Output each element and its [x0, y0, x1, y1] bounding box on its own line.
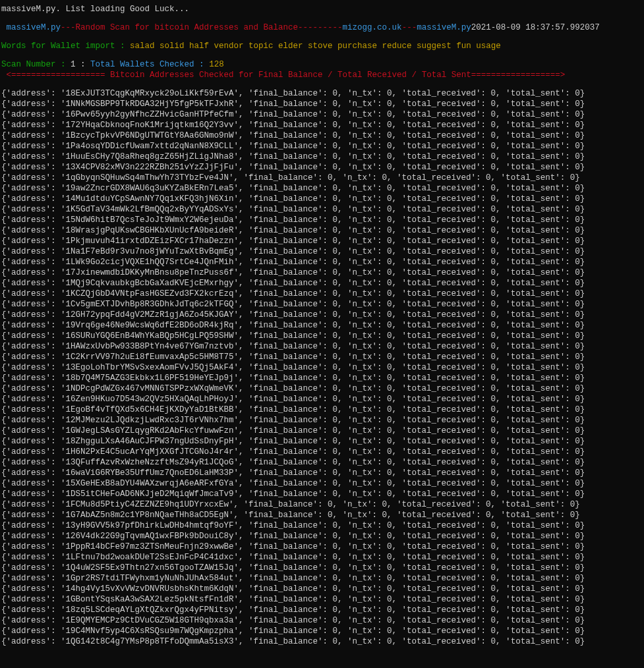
address-row: {'address': '17JxinewmdbiDKKyMnBnsu8peTn… [1, 267, 644, 278]
banner-site: mizogg.co.uk [343, 23, 402, 32]
banner-dash2: --------- [298, 23, 343, 32]
total-wallets-label: Total Wallets Checked : [90, 60, 204, 69]
banner-script2: massiveM.py [417, 23, 471, 32]
rule-title: Bitcoin Addresses Checked for Final Bala… [105, 70, 471, 80]
address-row: {'address': '1QG142t8C4g7YMsP8p8TFfoDQmm… [1, 636, 644, 647]
address-row: {'address': '13EgoLohTbrYMSvSxexAomFVvJ5… [1, 362, 644, 373]
address-row: {'address': '1LWk9Go2cicjVQXE1hQQ7SrtCe4… [1, 257, 644, 267]
address-row: {'address': '12MJMezu2LJQdkzjLwdRxc3JT6r… [1, 415, 644, 426]
address-row: {'address': '1HuuEsCHy7Q8aRheq8gzZ65HjZL… [1, 152, 644, 162]
address-row: {'address': '13QFuffAzvRxWzheNzzftMsZ94y… [1, 457, 644, 468]
address-row: {'address': '1Pkjmuvuh41irxtdDZEizFXCr17… [1, 236, 644, 246]
address-row: {'address': '1LFtnu7bd2woakDUeT2SsEJnFcP… [1, 552, 644, 563]
address-row: {'address': '1FCMu8d5PtiyC4ZEZNZE9hq1UDY… [1, 499, 644, 510]
address-row: {'address': '1Gpr2RS7tdiTFWyhxm1yNuNhJUh… [1, 573, 644, 584]
mnemonic-label: Words for Wallet import : [1, 42, 125, 51]
address-row: {'address': '14Mu1dtduYCpSAwnNY7Qq1xKFQ3… [1, 194, 644, 204]
address-row: {'address': '1GWJegLSAsGYZLqygRKd2AbFkcY… [1, 426, 644, 436]
address-row: {'address': '15XGeHExB8aDYU4WAXzwrqjA6eA… [1, 478, 644, 489]
scan-number-label: Scan Number : [1, 60, 66, 69]
rule-eq-right: ================== [471, 70, 560, 80]
address-row: {'address': '13X4CPV82xMV3n222RZBh251vYz… [1, 162, 644, 173]
address-row: {'address': '1E9QMYEMCPz9CtDVuCGZ5W18GTH… [1, 615, 644, 626]
rule-right: > [560, 70, 566, 80]
address-row: {'address': '12GH72ypqFdd4gV2MZzR1gjA6Zo… [1, 310, 644, 320]
address-row: {'address': '19Vrq6ge46Ne9WcsWq6dfE2BD6o… [1, 320, 644, 331]
rule-eq-left: =================== [11, 70, 105, 80]
address-row: {'address': '1Cv5gmEXTJDvhBp8R3GDhkJdTq6… [1, 299, 644, 310]
address-row: {'address': '18zq5LSCdeqAYLgXtQZkxrQgx4y… [1, 605, 644, 615]
total-wallets-value: 128 [209, 60, 224, 69]
address-row: {'address': '15NdW6hitB7QcsTeJoJt9WmxY2W… [1, 215, 644, 225]
address-row: {'address': '126V4dk22G9gTqvmAQ1wxFBPk9b… [1, 531, 644, 542]
banner-dash1: --- [61, 23, 76, 32]
address-row: {'address': '1Pa4osqYDDicfUwam7xttd2qNan… [1, 141, 644, 152]
banner-timestamp: 2021-08-09 18:37:57.992037 [471, 23, 600, 32]
address-row: {'address': '16waViG6RYBe35UffUmz7QnoED6… [1, 468, 644, 478]
address-row: {'address': '1NDPcgPdWZGx467vMNN6TSPPzxW… [1, 383, 644, 394]
address-row: {'address': '1KCZQjGbD4VNtpFasHGSEZvd3FX… [1, 289, 644, 299]
address-row: {'address': '1BzcycTpkvVP6NDgUTWTGtY8Aa6… [1, 130, 644, 141]
address-row: {'address': '1MQj9CqkvaubkgBcbGaXadKVEjc… [1, 278, 644, 289]
mnemonic-words: salad solid half vendor topic elder stov… [130, 42, 501, 51]
loading-line: massiveM.py. List loading Good Luck... [1, 4, 644, 14]
address-row: {'address': '1C2KrrVV97h2uEi8fEumvaxAp5c… [1, 352, 644, 362]
address-row: {'address': '1GBontYSqsKaA3wSAX2Lez5pkNt… [1, 594, 644, 605]
address-row: {'address': '19C4MNvf5yp4C6XsRSQsu9m7WQg… [1, 626, 644, 636]
scan-sep: : [76, 60, 91, 69]
address-row: {'address': '1K5GdTaV34mWk2LfBmQQq2xByYY… [1, 204, 644, 215]
banner-script: massiveM.py [1, 23, 61, 32]
address-row: {'address': '1H6N2PxE4C5ucArYqMjXXGfJTCG… [1, 447, 644, 457]
address-row: {'address': '1EgoBf4vTfQXd5x6CH4EjKXDyYa… [1, 404, 644, 415]
address-row: {'address': '1PppR14bCFe97mz3ZTSnMeuFnjn… [1, 542, 644, 552]
address-row: {'address': '16Pwv65yyh2gyNfhcZZHvicGanH… [1, 109, 644, 120]
address-row: {'address': '1G7AbAZ5n8m2c1YP8nNQaeTHh8a… [1, 510, 644, 520]
address-row: {'address': '172YHqaCbknoqFnoK1Mrijqtkm1… [1, 120, 644, 130]
address-row: {'address': '14hg4Vy15vXvVWzvDNVRUsbhsKh… [1, 584, 644, 594]
address-row: {'address': '1Q4uW2SF5Ex9Thtn27xn56TgooT… [1, 563, 644, 573]
address-row: {'address': '18WrasjgPqUKswCBGHKbXUnUcfA… [1, 225, 644, 236]
address-row: {'address': '1HAWzxUvbPw933B8PtYn4ve67YG… [1, 341, 644, 352]
address-rows: {'address': '18ExJUT3TCqgKqMRxyck29oLiKk… [1, 88, 644, 647]
address-row: {'address': '16SURuYGQ6EnB4WhYKaBQp5HCgL… [1, 331, 644, 341]
address-row: {'address': '1NNkMGSBPP9TkRDGA32HjY5fgP5… [1, 99, 644, 109]
banner-dash3: --- [402, 23, 417, 32]
banner-title: Random Scan for bitcoin Addresses and Ba… [76, 23, 299, 32]
rule-left: < [1, 70, 11, 80]
address-row: {'address': '1Na1F7eBd9r3vu7no8jWYuTzwXt… [1, 246, 644, 257]
scan-line: Scan Number : 1 : Total Wallets Checked … [1, 59, 644, 70]
banner-line: massiveM.py---Random Scan for bitcoin Ad… [1, 22, 644, 33]
scan-number-value: 1 [71, 60, 76, 69]
mnemonic-line: Words for Wallet import : salad solid ha… [1, 41, 644, 51]
address-row: {'address': '18b7Q4M75AZG3Ekbkx1L6PF519H… [1, 373, 644, 383]
address-row: {'address': '18ExJUT3TCqgKqMRxyck29oLiKk… [1, 88, 644, 99]
address-row: {'address': '16Zen9HKuo7D543w2QVz5HXaQAq… [1, 394, 644, 404]
rule-line: <=================== Bitcoin Addresses C… [1, 70, 644, 80]
address-row: {'address': '1DS5itCHeFoAD6NKJjeD2MqiqWf… [1, 489, 644, 499]
address-row: {'address': '13yH9GVV5k97pfDhirkLwDHb4hm… [1, 520, 644, 531]
address-row: {'address': '19aw2ZncrGDX8WAU6q3uKYZaBkE… [1, 183, 644, 194]
address-row: {'address': '18ZhgguLXsA46AuCJFPW37ngUdS… [1, 436, 644, 447]
address-row: {'address': '1qGbyqnSQHuwSq4mThwYh73TYbz… [1, 173, 644, 183]
